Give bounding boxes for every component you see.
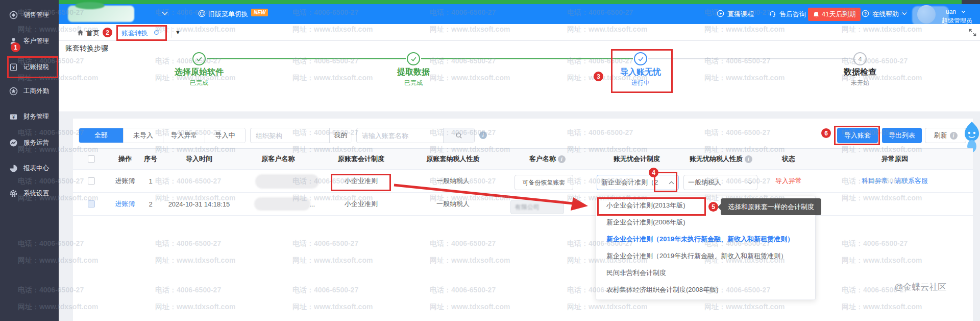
table-header-row: 操作 序号 导入时间 原客户名称 原账套会计制度 原账套纳税人性质 客户名称i …: [73, 148, 973, 170]
col-zwy-taxpayer-label: 账无忧纳税人性质: [690, 154, 743, 164]
row1-operation-link[interactable]: 进账簿: [110, 176, 140, 186]
refresh-button[interactable]: 刷新 i: [925, 128, 966, 143]
row2-operation-link[interactable]: 进账簿: [110, 199, 140, 209]
row1-error-reason-link[interactable]: 科目异常，请联系客服: [817, 176, 973, 186]
col-operation: 操作: [110, 154, 140, 164]
operations-icon: [8, 137, 18, 148]
settings-icon: [8, 188, 18, 198]
app-root: 销售管理 客户管理 ¥ 记账报税 工商外勤 ¥ 财务管理 服务运营 报表中心 系…: [0, 0, 980, 321]
tab-divider: [171, 27, 172, 38]
menu-switch-label[interactable]: 旧版菜单切换: [208, 10, 248, 19]
dropdown-option-5[interactable]: 民间非营利会计制度: [596, 264, 815, 281]
filter-all[interactable]: 全部: [79, 128, 124, 143]
dropdown-option-3[interactable]: 新企业会计准则（2019年未执行新金融、新收入和新租赁准则）: [596, 231, 815, 247]
export-list-button[interactable]: 导出列表: [882, 128, 922, 143]
search-input[interactable]: [357, 132, 443, 140]
search-button[interactable]: [443, 128, 474, 143]
step4-status: 未开始: [814, 79, 906, 87]
svg-text:¥: ¥: [12, 114, 15, 119]
filter-not-imported[interactable]: 未导入: [124, 128, 163, 143]
watermark-credit: @金蝶云社区: [894, 281, 946, 293]
row1-checkbox[interactable]: [88, 177, 95, 185]
username[interactable]: uan: [946, 8, 956, 15]
filter-import-error[interactable]: 导入异常: [163, 128, 205, 143]
col-orig-taxpayer: 原账套纳税人性质: [403, 154, 503, 164]
online-help-label[interactable]: 在线帮助: [872, 10, 899, 19]
row2-customer-value: 有限公司: [515, 203, 540, 212]
bell-icon: [813, 11, 819, 18]
finance-icon: ¥: [8, 111, 18, 122]
after-sales-label[interactable]: 售后咨询: [779, 10, 806, 19]
row1-orig-standard: 小企业准则: [319, 176, 403, 186]
live-course-icon: [717, 10, 724, 17]
sidebar-item-finance[interactable]: ¥ 财务管理: [0, 106, 59, 127]
row1-seq: 1: [140, 177, 161, 185]
sidebar-item-field-work[interactable]: 工商外勤: [0, 81, 59, 101]
sidebar-item-bookkeeping[interactable]: ¥ 记账报税: [0, 57, 59, 77]
step2-label: 提取数据: [368, 67, 459, 78]
step2-check-icon: [407, 52, 420, 65]
step3-status: 进行中: [595, 79, 687, 87]
step2-status: 已完成: [368, 79, 459, 87]
expand-icon[interactable]: [969, 29, 976, 36]
row1-zwy-taxpayer-select[interactable]: 一般纳税人: [683, 175, 757, 190]
import-account-button[interactable]: 导入账套: [837, 128, 878, 143]
org-structure-input[interactable]: [251, 132, 329, 140]
sidebar-item-label: 报表中心: [23, 164, 49, 173]
sidebar-item-sales[interactable]: 销售管理: [0, 5, 59, 25]
help-chevron-down-icon[interactable]: [902, 12, 907, 15]
tab-account-conversion[interactable]: 账套转换: [121, 29, 148, 38]
expire-notice-label: 41天后到期: [822, 10, 855, 19]
tab-list-caret-icon[interactable]: ▼: [175, 29, 181, 35]
chevron-down-icon[interactable]: [162, 11, 168, 15]
sidebar-item-settings[interactable]: 系统设置: [0, 183, 59, 203]
top-bar: 旧版菜单切换 NEW 直播课程 售后咨询 41天后到期 ? 在线帮助 uan 超…: [59, 4, 980, 24]
sidebar-item-operations[interactable]: 服务运营: [0, 132, 59, 153]
sidebar-item-reports[interactable]: 报表中心: [0, 158, 59, 178]
dropdown-option-2[interactable]: 新企业会计准则(2006年版): [596, 214, 815, 231]
row1-zwy-standard-select[interactable]: 新企业会计准则（2: [597, 175, 679, 190]
new-badge: NEW: [251, 9, 268, 16]
customer-info-icon[interactable]: i: [558, 155, 566, 163]
after-sales-icon: [769, 10, 776, 17]
svg-text:?: ?: [864, 11, 867, 16]
row2-customer-input[interactable]: 有限公司: [510, 200, 564, 214]
zwy-taxpayer-info-icon[interactable]: i: [745, 155, 752, 163]
tab-refresh-icon[interactable]: [153, 29, 160, 36]
select-all-checkbox[interactable]: [88, 155, 95, 163]
tab-home[interactable]: 首页: [86, 29, 100, 38]
filter-importing[interactable]: 导入中: [205, 128, 245, 143]
chevron-down-icon: [747, 181, 753, 185]
row2-customer-name-blur: [254, 197, 310, 211]
live-course-label[interactable]: 直播课程: [727, 10, 754, 19]
row2-orig-standard: 小企业准则: [319, 199, 403, 209]
sidebar-item-label: 服务运营: [23, 139, 49, 147]
dropdown-option-6[interactable]: 农村集体经济组织会计制度(2008年版): [596, 281, 815, 298]
bookkeeping-icon: ¥: [8, 62, 18, 72]
field-work-icon: [8, 86, 18, 96]
logo-blur: [68, 6, 134, 22]
sidebar: 销售管理 客户管理 ¥ 记账报税 工商外勤 ¥ 财务管理 服务运营 报表中心 系…: [0, 0, 59, 321]
customers-icon: [8, 36, 18, 46]
home-icon[interactable]: [77, 29, 84, 36]
row2-checkbox[interactable]: [88, 200, 95, 208]
menu-switch-icon: [198, 10, 206, 17]
row1-customer-action-button[interactable]: 可备份恢复账套: [514, 175, 573, 190]
col-customer: 客户名称i: [503, 154, 592, 164]
mine-button[interactable]: 我的: [329, 128, 352, 143]
search-info-icon[interactable]: i: [479, 131, 487, 139]
sales-icon: [8, 10, 18, 20]
sidebar-item-label: 记账报税: [23, 63, 49, 72]
sidebar-item-customers[interactable]: 客户管理: [0, 31, 59, 51]
col-import-time: 导入时间: [161, 154, 237, 164]
top-strip: [59, 0, 980, 4]
sidebar-item-label: 客户管理: [23, 37, 49, 45]
col-error-reason: 异常原因: [817, 154, 973, 164]
sidebar-item-label: 销售管理: [23, 11, 49, 19]
refresh-label: 刷新: [934, 131, 947, 140]
dropdown-option-4[interactable]: 新企业会计准则（2019年执行新金融、新收入和新租赁准则）: [596, 247, 815, 264]
expire-notice-badge[interactable]: 41天后到期: [808, 8, 861, 21]
step1-check-icon: [192, 52, 206, 65]
sidebar-item-label: 系统设置: [23, 189, 49, 198]
user-chevron-down-icon[interactable]: [961, 10, 966, 13]
